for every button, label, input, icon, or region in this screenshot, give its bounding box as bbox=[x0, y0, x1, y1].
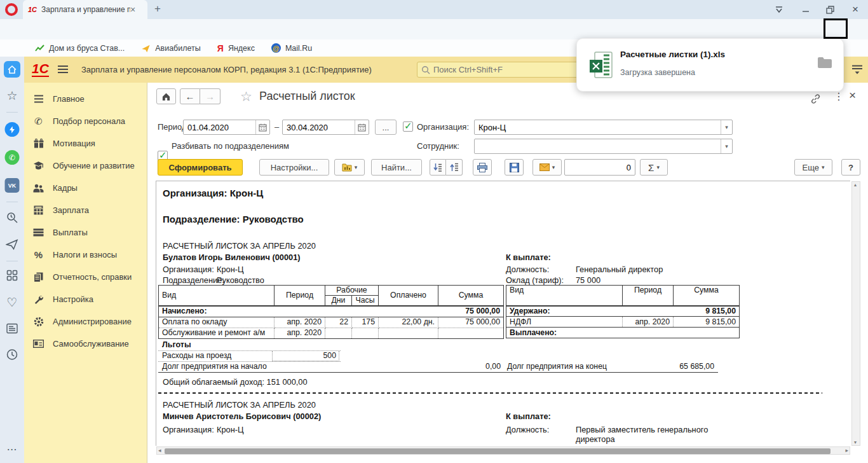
main-menu-icon[interactable] bbox=[57, 65, 69, 74]
paid-row: Выплачено: bbox=[506, 328, 740, 338]
vertical-scrollbar[interactable]: ▴ ▾ bbox=[851, 181, 860, 446]
whatsapp-icon[interactable]: ✆ bbox=[5, 150, 20, 165]
back-button[interactable]: ← bbox=[180, 88, 200, 104]
employee-input[interactable] bbox=[475, 139, 721, 153]
close-window-button[interactable]: × bbox=[846, 0, 864, 19]
organization-checkbox[interactable] bbox=[403, 121, 413, 132]
tab-grid-icon[interactable] bbox=[6, 270, 18, 281]
scale-field[interactable] bbox=[564, 159, 635, 176]
sidebar-item-nalogi[interactable]: % Налоги и взносы bbox=[24, 244, 147, 266]
bookmark-item[interactable]: Я Яндекс bbox=[217, 43, 255, 53]
history-nav-group: ← → bbox=[180, 88, 220, 104]
horizontal-scrollbar-thumb[interactable] bbox=[165, 448, 831, 454]
bookmark-item[interactable]: @ Mail.Ru bbox=[271, 43, 312, 53]
tab-search-icon[interactable] bbox=[770, 0, 788, 19]
organization-label: Организация: bbox=[417, 122, 469, 132]
chevron-down-icon[interactable]: ▾ bbox=[721, 139, 732, 153]
restore-button[interactable] bbox=[821, 0, 839, 19]
sidebar-item-obuchenie[interactable]: Обучение и развитие bbox=[24, 155, 147, 177]
sidebar-item-glavnoe[interactable]: Главное bbox=[24, 88, 147, 110]
organization-input[interactable] bbox=[475, 120, 721, 134]
settings-button[interactable]: Настройки... bbox=[259, 159, 329, 176]
accruals-total-row: Начислено: 75 000,00 bbox=[159, 306, 504, 317]
sidebar-item-vyplaty[interactable]: Выплаты bbox=[24, 221, 147, 244]
forward-button[interactable]: → bbox=[200, 88, 220, 104]
close-page-icon[interactable]: × bbox=[849, 88, 856, 102]
money-icon bbox=[33, 227, 44, 238]
save-button[interactable] bbox=[505, 159, 524, 176]
print-button[interactable] bbox=[473, 159, 492, 176]
download-filename[interactable]: Расчетные листки (1).xls bbox=[620, 50, 725, 59]
sidebar-item-motivatsiya[interactable]: Мотивация bbox=[24, 132, 147, 155]
printer-icon bbox=[477, 163, 487, 172]
send-to-device-icon[interactable] bbox=[6, 239, 18, 250]
personal-news-icon[interactable] bbox=[6, 323, 18, 334]
period-options-button[interactable]: ... bbox=[375, 120, 397, 135]
search-history-icon[interactable] bbox=[6, 211, 18, 224]
get-link-icon[interactable] bbox=[810, 93, 821, 104]
favorite-star-icon[interactable]: ☆ bbox=[240, 89, 252, 104]
more-button[interactable]: Еще▾ bbox=[794, 159, 832, 176]
find-button[interactable]: Найти... bbox=[371, 159, 422, 176]
sum-button[interactable]: Σ▾ bbox=[640, 159, 668, 176]
sidebar-item-zarplata[interactable]: Зарплата bbox=[24, 199, 147, 221]
calendar-icon[interactable] bbox=[355, 120, 369, 134]
benefits-value: 500 bbox=[272, 351, 339, 361]
payslip-employee: Булатов Игорь Виленович (00001) bbox=[163, 252, 301, 262]
position-value: Генеральный директор bbox=[576, 265, 663, 274]
opera-logo-icon[interactable] bbox=[5, 3, 18, 16]
vk-icon[interactable]: VK bbox=[5, 178, 20, 193]
new-tab-button[interactable]: + bbox=[154, 3, 161, 15]
tab-close-icon[interactable]: × bbox=[130, 4, 135, 15]
open-folder-icon[interactable] bbox=[817, 57, 832, 69]
history-clock-icon[interactable] bbox=[6, 349, 18, 361]
sidebar-item-nastroika[interactable]: Настройка bbox=[24, 288, 147, 310]
department-label: Подразделение: bbox=[163, 275, 224, 285]
to-pay-label: К выплате: bbox=[506, 252, 551, 262]
minimize-button[interactable] bbox=[797, 0, 815, 19]
bookmarks-star-icon[interactable]: ☆ bbox=[6, 88, 17, 103]
bookmark-item[interactable]: Дом из бруса Став... bbox=[35, 44, 125, 53]
collapse-rows-button[interactable] bbox=[446, 159, 463, 176]
generate-button[interactable]: Сформировать bbox=[158, 159, 243, 176]
organization-combo[interactable]: ▾ bbox=[474, 120, 733, 135]
horizontal-scrollbar[interactable]: ◂ ▸ bbox=[156, 446, 850, 455]
period-to-input[interactable] bbox=[283, 120, 355, 134]
debt-row: Долг предприятия на начало 0,00 Долг пре… bbox=[158, 362, 718, 373]
service-panel-icon[interactable] bbox=[851, 64, 863, 75]
favorites-heart-icon[interactable]: ♡ bbox=[6, 295, 17, 310]
sidebar-item-administrirovanie[interactable]: Администрирование bbox=[24, 310, 147, 333]
gear-icon bbox=[33, 316, 44, 327]
messenger-icon[interactable] bbox=[5, 122, 20, 137]
table-row: Оплата по окладу апр. 2020 22 175 22,00 … bbox=[159, 317, 504, 328]
scroll-up-icon: ▴ bbox=[854, 182, 857, 188]
department-value: Руководство bbox=[217, 275, 264, 285]
home-button[interactable] bbox=[156, 88, 176, 104]
period-from-field[interactable] bbox=[183, 120, 270, 135]
sidebar-more-icon[interactable]: ⋯ bbox=[7, 443, 18, 455]
browser-tab[interactable]: 1С Зарплата и управление пе × bbox=[23, 0, 147, 19]
table-row: Обслуживание и ремонт а/м апр. 2020 bbox=[159, 328, 504, 338]
more-actions-icon[interactable]: ⋮ bbox=[834, 90, 844, 102]
sidebar-item-samoobsluzhivanie[interactable]: Самообслуживание bbox=[24, 333, 147, 355]
period-from-input[interactable] bbox=[184, 120, 255, 134]
chevron-down-icon: ▾ bbox=[656, 164, 660, 170]
split-by-departments-label[interactable]: Разбивать по подразделениям bbox=[172, 141, 289, 151]
period-to-field[interactable] bbox=[282, 120, 369, 135]
sidebar-item-podbor-personala[interactable]: ✆ Подбор персонала bbox=[24, 110, 147, 132]
sidebar-item-kadry[interactable]: Кадры bbox=[24, 177, 147, 199]
download-status: Загрузка завершена bbox=[620, 68, 695, 77]
expand-rows-button[interactable] bbox=[430, 159, 446, 176]
report-variants-button[interactable]: ▾ bbox=[334, 159, 365, 176]
salary-value: 75 000 bbox=[576, 275, 600, 285]
scale-input[interactable] bbox=[565, 160, 635, 175]
employee-combo[interactable]: ▾ bbox=[474, 139, 733, 154]
send-email-button[interactable]: ▾ bbox=[532, 159, 562, 176]
chevron-down-icon[interactable]: ▾ bbox=[721, 120, 732, 134]
speed-dial-home-icon[interactable] bbox=[4, 61, 20, 78]
calendar-icon[interactable] bbox=[255, 120, 269, 134]
bookmark-item[interactable]: Авиабилеты bbox=[141, 44, 201, 53]
help-button[interactable]: ? bbox=[841, 159, 860, 176]
download-button-highlight bbox=[824, 18, 848, 39]
sidebar-item-otchetnost[interactable]: Отчетность, справки bbox=[24, 266, 147, 288]
